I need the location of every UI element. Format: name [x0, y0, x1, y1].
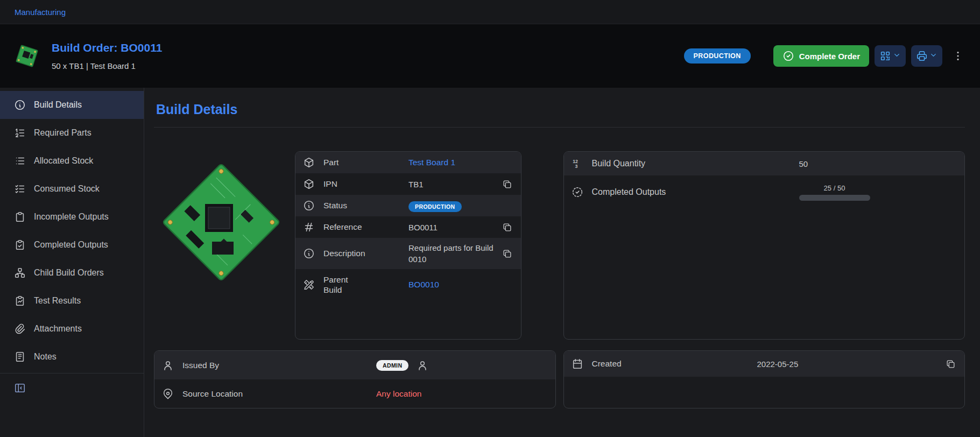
completed-outputs-row: Completed Outputs 25 / 50 [564, 175, 965, 209]
ipn-value: TB1 [408, 180, 424, 189]
copy-created-button[interactable] [944, 358, 957, 370]
copy-icon [502, 179, 512, 189]
sitemap-icon [14, 267, 26, 279]
build-quantity-value: 50 [799, 159, 808, 168]
copy-icon [946, 359, 956, 369]
test-report-icon [14, 295, 26, 307]
sidebar-item-build-details[interactable]: Build Details [0, 91, 144, 119]
numbers-123-icon: 123 [572, 158, 586, 170]
sidebar-item-child-build-orders[interactable]: Child Build Orders [0, 259, 144, 287]
user-icon [417, 360, 428, 371]
info-circle-icon [303, 200, 317, 212]
part-image[interactable] [154, 151, 290, 340]
clipboard-icon [14, 211, 26, 223]
svg-text:3: 3 [575, 164, 577, 169]
sidebar-item-required-parts[interactable]: Required Parts [0, 119, 144, 147]
sidebar-item-attachments[interactable]: Attachments [0, 315, 144, 343]
sidebar-item-notes[interactable]: Notes [0, 343, 144, 371]
build-quantity-row: 123 Build Quantity 50 [564, 152, 965, 175]
build-details-card: Part Test Board 1 IPN TB1 Status PRODUCT… [295, 151, 521, 340]
copy-icon [502, 249, 512, 259]
created-row: Created 2022-05-25 [564, 351, 965, 377]
detail-row-reference: Reference BO0011 [295, 216, 521, 238]
sidebar-collapse-button[interactable] [0, 376, 144, 400]
build-quantity-card: 123 Build Quantity 50 Completed Outputs … [563, 151, 965, 340]
copy-description-button[interactable] [501, 248, 513, 260]
header-title-block: Build Order: BO0011 50 x TB1 | Test Boar… [52, 41, 162, 71]
breadcrumb-manufacturing-link[interactable]: Manufacturing [15, 8, 66, 17]
page-header: Build Order: BO0011 50 x TB1 | Test Boar… [0, 24, 980, 88]
barcode-actions-button[interactable] [875, 45, 906, 67]
breadcrumb: Manufacturing [0, 0, 980, 24]
created-value: 2022-05-25 [757, 360, 799, 369]
source-location-row: Source Location Any location [154, 379, 555, 408]
main-panel: Build Details [144, 88, 980, 437]
heading-divider [154, 127, 965, 128]
sidebar-item-test-results[interactable]: Test Results [0, 287, 144, 315]
sidebar-collapse-icon [14, 382, 26, 394]
chevron-down-icon [929, 51, 937, 61]
page-title: Build Order: BO0011 [52, 41, 162, 54]
issued-by-badge: ADMIN [376, 360, 408, 371]
issued-by-row: Issued By ADMIN [154, 351, 555, 379]
more-actions-button[interactable] [950, 48, 966, 64]
notes-icon [14, 351, 26, 363]
source-location-value: Any location [376, 389, 421, 399]
info-circle-icon [303, 248, 317, 259]
status-badge-table: PRODUCTION [408, 201, 462, 212]
dots-vertical-icon [952, 50, 964, 62]
part-link[interactable]: Test Board 1 [408, 158, 455, 167]
progress-label: 25 / 50 [799, 184, 870, 192]
sidebar-item-incomplete-outputs[interactable]: Incomplete Outputs [0, 203, 144, 231]
clipboard-check-icon [14, 239, 26, 251]
issued-card: Issued By ADMIN Source Location Any loca… [154, 350, 556, 408]
status-badge: PRODUCTION [684, 48, 751, 64]
detail-row-ipn: IPN TB1 [295, 173, 521, 195]
page-subtitle: 50 x TB1 | Test Board 1 [52, 61, 162, 71]
list-numbers-icon [14, 127, 26, 139]
user-icon [162, 360, 176, 371]
circle-check-icon [782, 50, 794, 62]
complete-order-button[interactable]: Complete Order [773, 45, 869, 67]
calendar-icon [572, 358, 586, 370]
sidebar: Build Details Required Parts Allocated S… [0, 88, 144, 437]
progress-check-icon [572, 186, 586, 198]
sidebar-item-allocated-stock[interactable]: Allocated Stock [0, 147, 144, 175]
list-icon [14, 155, 26, 167]
created-card: Created 2022-05-25 [563, 350, 965, 408]
qrcode-icon [879, 50, 891, 62]
hash-icon [303, 221, 317, 233]
progress-bar [799, 195, 870, 201]
detail-row-description: Description Required parts for Build 001… [295, 238, 521, 269]
box-icon [303, 157, 317, 168]
part-thumbnail-image[interactable] [14, 43, 40, 69]
completed-outputs-progress: 25 / 50 [799, 184, 870, 201]
detail-row-part: Part Test Board 1 [295, 152, 521, 173]
printer-icon [916, 50, 928, 62]
detail-row-status: Status PRODUCTION [295, 195, 521, 216]
info-circle-icon [14, 99, 26, 111]
reference-value: BO0011 [408, 223, 438, 232]
panel-heading: Build Details [156, 102, 965, 117]
sidebar-divider [0, 373, 144, 373]
print-actions-button[interactable] [911, 45, 942, 67]
copy-icon [502, 222, 512, 232]
chevron-down-icon [893, 51, 901, 61]
copy-reference-button[interactable] [501, 221, 513, 234]
map-pin-icon [162, 388, 176, 400]
header-actions: PRODUCTION Complete Order [684, 45, 966, 67]
tools-icon [303, 279, 317, 291]
paperclip-icon [14, 323, 26, 335]
sidebar-item-consumed-stock[interactable]: Consumed Stock [0, 175, 144, 203]
list-check-icon [14, 183, 26, 195]
content-area: Build Details Required Parts Allocated S… [0, 88, 980, 437]
detail-row-parent-build: Parent Build BO0010 [295, 269, 521, 300]
sidebar-item-completed-outputs[interactable]: Completed Outputs [0, 231, 144, 259]
box-icon [303, 178, 317, 190]
description-value: Required parts for Build 0010 [408, 242, 501, 265]
copy-ipn-button[interactable] [501, 178, 513, 191]
parent-build-link[interactable]: BO0010 [408, 280, 439, 289]
